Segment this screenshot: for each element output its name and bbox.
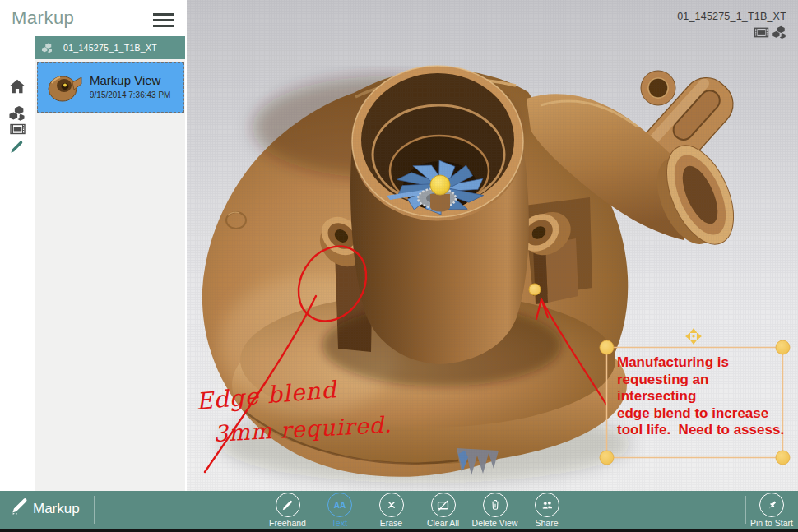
view-timestamp: 9/15/2014 7:36:43 PM bbox=[90, 90, 170, 99]
clear-all-button[interactable]: Clear All bbox=[417, 493, 469, 528]
icon-rail bbox=[0, 36, 35, 491]
cubes-icon bbox=[8, 104, 26, 122]
tree-root-node[interactable]: 01_145275_1_T1B_XT bbox=[35, 36, 185, 59]
erase-button[interactable]: Erase bbox=[365, 493, 417, 528]
3d-viewport[interactable]: 01_145275_1_T1B_XT bbox=[187, 0, 798, 491]
tree-root-label: 01_145275_1_T1B_XT bbox=[63, 43, 157, 53]
erase-x-icon bbox=[379, 493, 404, 517]
pin-to-start-button[interactable]: Pin to Start bbox=[745, 493, 798, 528]
part-name-label: 01_145275_1_T1B_XT bbox=[677, 11, 786, 22]
freehand-button[interactable]: Freehand bbox=[262, 493, 313, 528]
home-icon bbox=[8, 77, 26, 95]
pencil-icon bbox=[8, 138, 26, 155]
view-title: Markup View bbox=[90, 73, 160, 87]
pushpin-icon bbox=[759, 493, 784, 517]
hamburger-menu-icon[interactable] bbox=[153, 13, 174, 30]
markup-view-thumbnail bbox=[45, 72, 85, 104]
bar-mode-label: Markup bbox=[33, 501, 80, 517]
clear-all-icon bbox=[431, 493, 456, 517]
svg-text:AA: AA bbox=[333, 501, 345, 510]
trash-icon bbox=[483, 493, 508, 517]
app-title: Markup bbox=[12, 7, 74, 29]
text-aa-icon: AA bbox=[327, 493, 352, 517]
shaft-highlight bbox=[430, 175, 450, 195]
sidebar-item-markup[interactable] bbox=[8, 138, 28, 158]
delete-view-button[interactable]: Delete View bbox=[469, 493, 521, 528]
bottom-app-bar: Markup Freehand AA Text bbox=[0, 491, 798, 532]
turbocharger-housing-model bbox=[187, 0, 798, 491]
text-button[interactable]: AA Text bbox=[313, 493, 365, 528]
filmstrip-icon bbox=[8, 121, 27, 137]
share-people-icon bbox=[535, 493, 559, 517]
freehand-pencil-icon bbox=[276, 493, 300, 517]
left-panel: Markup bbox=[0, 0, 187, 491]
filmstrip-icon[interactable] bbox=[754, 25, 769, 44]
structure-tree: 01_145275_1_T1B_XT Markup View 9/15/2014… bbox=[35, 36, 185, 491]
cubes-icon[interactable] bbox=[772, 25, 786, 44]
part-cube-icon bbox=[41, 42, 53, 55]
share-button[interactable]: Share bbox=[521, 493, 573, 528]
markup-view-item[interactable]: Markup View 9/15/2014 7:36:43 PM bbox=[37, 62, 184, 113]
markup-app: 01_145275_1_T1B_XT bbox=[0, 0, 798, 532]
sidebar-item-home[interactable] bbox=[8, 77, 28, 97]
panel-header: Markup bbox=[0, 0, 187, 36]
markup-pencil-icon bbox=[10, 496, 30, 519]
